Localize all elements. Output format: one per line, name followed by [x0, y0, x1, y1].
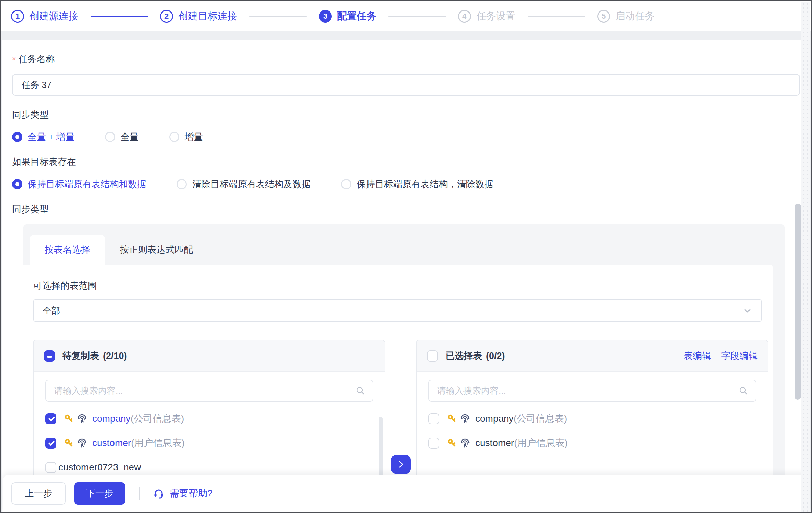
table-selection-card: 按表名选择按正则表达式匹配 可选择的表范围 全部 待复制表 (2 — [23, 224, 785, 513]
radio-icon — [341, 179, 351, 189]
table-name: customer0723_new — [58, 462, 141, 473]
row-checkbox[interactable] — [45, 462, 56, 473]
radio-option[interactable]: 全量 + 增量 — [12, 131, 75, 143]
wizard-step[interactable]: 4 任务设置 — [458, 9, 597, 23]
chevron-right-icon — [397, 460, 405, 469]
radio-option[interactable]: 清除目标端原有表结构及数据 — [177, 178, 311, 190]
search-icon — [356, 386, 365, 395]
key-icon — [64, 414, 74, 424]
table-name: customer — [475, 438, 514, 448]
table-scope-select[interactable]: 全部 — [33, 299, 762, 322]
radio-icon — [169, 132, 179, 142]
table-scope-label: 可选择的表范围 — [33, 279, 762, 292]
table-name: customer — [92, 438, 131, 448]
table-name: company — [92, 413, 131, 424]
step-number-badge: 4 — [458, 10, 471, 23]
fingerprint-icon — [460, 438, 471, 448]
step-connector — [388, 16, 446, 17]
required-asterisk: * — [12, 55, 16, 65]
target-panel-count: (0/2) — [486, 351, 505, 361]
fingerprint-icon — [77, 438, 87, 448]
step-label: 启动任务 — [615, 9, 655, 23]
footer-divider — [139, 487, 140, 500]
radio-option[interactable]: 保持目标端原有表结构，清除数据 — [341, 178, 493, 190]
target-table-list: company (公司信息表) customer (用户信息表) — [417, 402, 768, 455]
fingerprint-icon — [77, 413, 87, 424]
row-checkbox[interactable] — [45, 438, 56, 449]
window-scrollbar-thumb[interactable] — [795, 204, 801, 400]
need-help-link[interactable]: 需要帮助? — [153, 487, 213, 500]
radio-icon — [177, 179, 187, 189]
table-tabs: 按表名选择按正则表达式匹配 — [23, 224, 785, 265]
table-section-label: 同步类型 — [12, 203, 800, 215]
wizard-stepper: 1 创建源连接 2 创建目标连接 3 配置任务 4 任务设置 5 启动任务 — [1, 1, 811, 31]
target-exists-label: 如果目标表存在 — [12, 156, 800, 168]
target-panel-header: 已选择表 (0/2) 表编辑字段编辑 — [417, 340, 768, 372]
radio-option[interactable]: 保持目标端原有表结构和数据 — [12, 178, 146, 190]
source-panel-count: (2/10) — [103, 351, 127, 361]
table-row[interactable]: company (公司信息表) — [428, 407, 756, 431]
table-row[interactable]: customer (用户信息表) — [45, 431, 373, 455]
radio-icon — [105, 132, 115, 142]
next-step-button[interactable]: 下一步 — [74, 482, 125, 505]
previous-step-button[interactable]: 上一步 — [11, 482, 66, 505]
source-search-box — [45, 380, 373, 402]
tab[interactable]: 按正则表达式匹配 — [105, 235, 208, 265]
table-select-panel: 可选择的表范围 全部 待复制表 (2/10) — [23, 265, 773, 503]
target-search-box — [428, 380, 756, 402]
table-description: (公司信息表) — [131, 412, 184, 425]
radio-option[interactable]: 全量 — [105, 131, 139, 143]
row-checkbox[interactable] — [428, 438, 439, 449]
sync-type-radio-group: 全量 + 增量 全量 增量 — [12, 131, 800, 143]
step-number-badge: 2 — [160, 10, 173, 23]
window-scrollbar-track[interactable] — [801, 2, 810, 512]
radio-option[interactable]: 增量 — [169, 131, 203, 143]
source-search-input[interactable] — [53, 385, 356, 396]
table-name: company — [475, 413, 514, 424]
key-icon — [447, 438, 457, 448]
need-help-label: 需要帮助? — [170, 487, 213, 500]
fingerprint-icon — [460, 413, 471, 424]
step-connector — [249, 16, 307, 17]
edit-link[interactable]: 表编辑 — [684, 350, 711, 362]
main-content: *任务名称 同步类型 全量 + 增量 全量 增量 如果目标表存在 保持 — [2, 40, 810, 512]
step-label: 创建目标连接 — [178, 9, 237, 23]
step-connector — [91, 16, 148, 17]
table-row[interactable]: customer (用户信息表) — [428, 431, 756, 455]
wizard-step[interactable]: 3 配置任务 — [319, 9, 458, 23]
task-name-input[interactable] — [12, 74, 800, 96]
chevron-down-icon — [742, 306, 753, 316]
tab[interactable]: 按表名选择 — [30, 235, 105, 265]
source-list-scrollbar[interactable] — [379, 417, 383, 484]
target-search-input[interactable] — [436, 385, 739, 396]
wizard-step[interactable]: 2 创建目标连接 — [160, 9, 319, 23]
step-number-badge: 3 — [319, 10, 332, 23]
table-description: (用户信息表) — [514, 437, 568, 449]
radio-icon — [12, 132, 22, 142]
step-connector — [528, 16, 585, 17]
select-all-source-checkbox[interactable] — [44, 350, 55, 362]
table-description: (用户信息表) — [131, 437, 185, 449]
step-label: 任务设置 — [476, 9, 515, 23]
step-label: 配置任务 — [337, 9, 376, 23]
wizard-step[interactable]: 1 创建源连接 — [11, 9, 160, 23]
key-icon — [64, 438, 74, 448]
move-right-button[interactable] — [391, 455, 411, 474]
radio-icon — [12, 179, 22, 189]
row-checkbox[interactable] — [45, 413, 56, 424]
table-row[interactable]: company (公司信息表) — [45, 407, 373, 431]
table-description: (公司信息表) — [514, 412, 567, 425]
select-value: 全部 — [43, 305, 60, 317]
headset-icon — [153, 487, 165, 499]
step-number-badge: 5 — [597, 10, 610, 23]
edit-link[interactable]: 字段编辑 — [721, 350, 758, 362]
row-checkbox[interactable] — [428, 413, 439, 424]
wizard-footer: 上一步 下一步 需要帮助? — [3, 475, 809, 512]
target-exists-radio-group: 保持目标端原有表结构和数据 清除目标端原有表结构及数据 保持目标端原有表结构，清… — [12, 178, 800, 190]
wizard-step[interactable]: 5 启动任务 — [597, 9, 655, 23]
target-panel-actions: 表编辑字段编辑 — [674, 350, 758, 362]
step-label: 创建源连接 — [29, 9, 78, 23]
source-panel-header: 待复制表 (2/10) — [34, 340, 385, 372]
select-all-target-checkbox[interactable] — [427, 350, 438, 362]
source-panel-title: 待复制表 — [62, 350, 99, 362]
